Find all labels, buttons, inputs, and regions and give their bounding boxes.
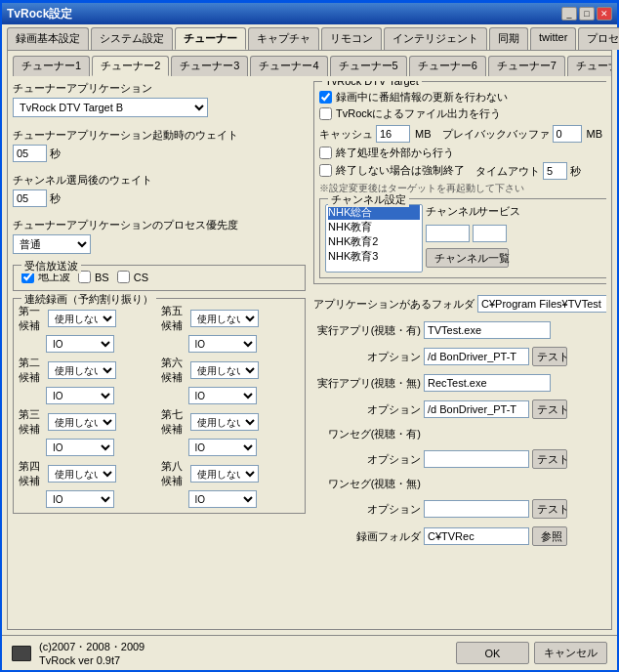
- series-group: 連続録画（予約割り振り） 第一候補 使用しない: [13, 298, 306, 514]
- right-panel: TvRock DTV Target 録画中に番組情報の更新を行わない TvRoc…: [313, 81, 606, 624]
- candidate-8: 第八候補 使用しない IO: [161, 459, 301, 508]
- cand8-io[interactable]: IO: [188, 490, 257, 508]
- tab-tuner[interactable]: チューナー: [175, 27, 246, 50]
- channel-header-row: チャンネル サービス: [426, 204, 516, 219]
- app-folder-label: アプリケーションがあるフォルダ: [313, 297, 475, 312]
- priority-select[interactable]: 普通 低い 高い: [13, 234, 91, 254]
- close-button[interactable]: ✕: [597, 7, 612, 21]
- wait-start-input[interactable]: 05: [13, 145, 47, 162]
- sub-tab-6[interactable]: チューナー6: [409, 56, 486, 76]
- sub-tab-2[interactable]: チューナー2: [92, 56, 169, 76]
- cb3-label: 終了処理を外部から行う: [336, 146, 454, 160]
- sub-tab-4[interactable]: チューナー4: [250, 56, 327, 76]
- tab-process[interactable]: プロセス: [578, 27, 619, 50]
- cand3-select[interactable]: 使用しない: [48, 413, 116, 431]
- cache-input[interactable]: [376, 125, 410, 143]
- cand6-io[interactable]: IO: [188, 387, 257, 404]
- version-text: TvRock ver 0.9t7: [39, 654, 144, 666]
- sub-tab-7[interactable]: チューナー7: [488, 56, 565, 76]
- opt-listen-input[interactable]: [424, 348, 529, 365]
- cand1-select[interactable]: 使用しない: [48, 310, 116, 327]
- minimize-button[interactable]: _: [561, 7, 577, 21]
- reception-title: 受信放送波: [21, 259, 81, 273]
- cand4-io[interactable]: IO: [46, 490, 114, 508]
- tab-capture[interactable]: キャプチャ: [248, 27, 319, 50]
- oneseq-nolisten-opt-row: オプション テスト: [313, 499, 606, 519]
- timeout-input[interactable]: [543, 162, 567, 180]
- cand7-label: 第七候補: [161, 407, 188, 437]
- sub-tab-3[interactable]: チューナー3: [171, 56, 248, 76]
- tuner-app-row: TvRock DTV Target B: [13, 98, 306, 117]
- channel-svc-input[interactable]: [473, 225, 507, 242]
- cand7-io[interactable]: IO: [188, 439, 257, 456]
- cancel-button[interactable]: キャンセル: [534, 642, 607, 664]
- cb4-checkbox[interactable]: [319, 164, 332, 177]
- test-button-2[interactable]: テスト: [532, 399, 567, 419]
- tab-intelligent[interactable]: インテリジェント: [384, 27, 487, 50]
- cb1-row[interactable]: 録画中に番組情報の更新を行わない: [319, 90, 606, 105]
- candidate-5: 第五候補 使用しない IO: [161, 304, 301, 353]
- tuner-app-select[interactable]: TvRock DTV Target B: [13, 98, 208, 117]
- opt-listen-label: オプション: [313, 350, 421, 364]
- cand1-io[interactable]: IO: [46, 335, 114, 353]
- test-button-4[interactable]: テスト: [532, 499, 567, 519]
- sub-tab-1[interactable]: チューナー1: [13, 56, 90, 76]
- channel-group-title: チャンネル設定: [328, 192, 409, 207]
- cand3-io[interactable]: IO: [46, 439, 114, 456]
- candidate-4: 第四候補 使用しない IO: [19, 459, 158, 508]
- test-button-3[interactable]: テスト: [532, 449, 567, 469]
- exec-listen-input[interactable]: [424, 321, 551, 339]
- test-button-1[interactable]: テスト: [532, 347, 567, 366]
- oneseq-nolisten-opt-input[interactable]: [424, 500, 529, 518]
- ok-button[interactable]: OK: [456, 642, 529, 664]
- cand5-io[interactable]: IO: [188, 335, 257, 353]
- channel-list-button[interactable]: チャンネル一覧: [426, 248, 509, 268]
- cand5-select[interactable]: 使用しない: [190, 310, 259, 327]
- tab-sync[interactable]: 同期: [489, 27, 528, 50]
- cb2-row[interactable]: TvRockによるファイル出力を行う: [319, 106, 606, 121]
- candidate-7: 第七候補 使用しない IO: [161, 407, 301, 456]
- cand6-select[interactable]: 使用しない: [190, 361, 259, 379]
- tab-recording-basic[interactable]: 録画基本設定: [7, 27, 89, 50]
- cb3-row[interactable]: 終了処理を外部から行う: [319, 146, 606, 160]
- cand2-io[interactable]: IO: [46, 387, 114, 404]
- cand2-select[interactable]: 使用しない: [48, 361, 116, 379]
- cs-checkbox[interactable]: [117, 271, 130, 283]
- channel-ch-input[interactable]: [426, 225, 470, 242]
- app-folder-input[interactable]: [477, 295, 606, 313]
- tab-twitter[interactable]: twitter: [530, 27, 576, 50]
- cb1-label: 録画中に番組情報の更新を行わない: [336, 90, 508, 105]
- maximize-button[interactable]: □: [579, 7, 595, 21]
- rec-folder-input[interactable]: [424, 527, 529, 545]
- tab-remote[interactable]: リモコン: [321, 27, 382, 50]
- main-tabs: 録画基本設定 システム設定 チューナー キャプチャ リモコン インテリジェント …: [2, 24, 617, 50]
- cand6-label: 第六候補: [161, 356, 188, 385]
- cand7-select[interactable]: 使用しない: [190, 413, 259, 431]
- wait-channel-input[interactable]: 05: [13, 189, 47, 207]
- bs-checkbox-row[interactable]: BS: [78, 271, 109, 283]
- channel-list[interactable]: NHK総合 NHK教育 NHK教育2 NHK教育3: [325, 204, 423, 273]
- playback-input[interactable]: [553, 125, 582, 143]
- wait-start-row: 05 秒: [13, 145, 306, 162]
- cb1-checkbox[interactable]: [319, 91, 332, 104]
- opt-nolisten-input[interactable]: [424, 400, 529, 418]
- exec-nolisten-input[interactable]: [424, 374, 551, 392]
- tab-system[interactable]: システム設定: [91, 27, 173, 50]
- oneseq-opt-label: オプション: [313, 452, 421, 467]
- browse-button-2[interactable]: 参照: [532, 526, 567, 546]
- copyright-text: (c)2007・2008・2009: [39, 640, 144, 654]
- sub-tab-5[interactable]: チューナー5: [330, 56, 407, 76]
- cand4-select[interactable]: 使用しない: [48, 465, 116, 483]
- wait-channel-row: 05 秒: [13, 189, 306, 207]
- sub-tab-8[interactable]: チューナー8: [567, 56, 612, 76]
- cand8-select[interactable]: 使用しない: [190, 465, 259, 483]
- cb2-checkbox[interactable]: [319, 107, 332, 120]
- exec-nolisten-row: 実行アプリ(視聴・無): [313, 374, 606, 392]
- cb3-checkbox[interactable]: [319, 147, 332, 159]
- oneseq-opt-input[interactable]: [424, 450, 529, 468]
- cs-checkbox-row[interactable]: CS: [117, 271, 148, 283]
- exec-nolisten-label: 実行アプリ(視聴・無): [313, 376, 421, 391]
- cb4-checkbox-row[interactable]: 終了しない場合は強制終了: [319, 163, 465, 178]
- cand1-label: 第一候補: [19, 304, 46, 333]
- playback-unit: MB: [587, 128, 603, 140]
